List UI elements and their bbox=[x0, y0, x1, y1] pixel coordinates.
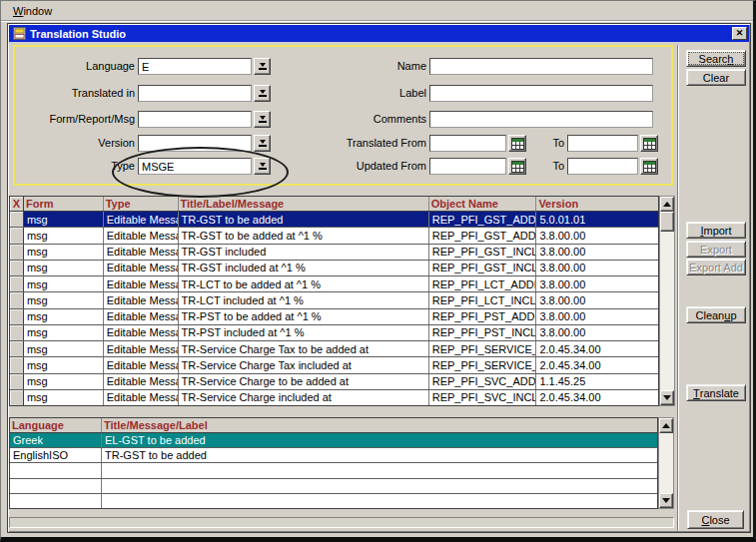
translated-to-input[interactable] bbox=[567, 135, 638, 152]
cell-type: Editable Message bbox=[104, 292, 179, 307]
cell-object-name: REP_PFI_LCT_INCLUDE bbox=[429, 292, 537, 307]
scrollbar-thumb[interactable] bbox=[660, 212, 674, 232]
scroll-down-icon bbox=[662, 498, 670, 503]
cell-version: 3.8.00.00 bbox=[536, 276, 658, 291]
form-report-msg-label: Form/Report/Msg bbox=[9, 111, 135, 128]
close-icon[interactable]: ✕ bbox=[732, 27, 747, 40]
translation-row[interactable] bbox=[10, 463, 657, 478]
title-bar[interactable]: Translation Studio ✕ bbox=[9, 25, 749, 42]
result-row[interactable]: msg Editable Message TR-Service Charge i… bbox=[10, 390, 658, 405]
cell-title: TR-GST to be added at ^1 % bbox=[179, 228, 429, 243]
updated-from-input[interactable] bbox=[429, 158, 506, 175]
cell-version: 1.1.45.25 bbox=[536, 374, 658, 389]
row-selector[interactable] bbox=[10, 212, 24, 227]
cell-type: Editable Message bbox=[104, 390, 179, 405]
cell-object-name: REP_PFI_PST_INCLUDE bbox=[429, 325, 537, 340]
import-button[interactable]: Import bbox=[686, 222, 746, 239]
result-row[interactable]: msg Editable Message TR-Service Charge t… bbox=[10, 374, 658, 390]
row-selector[interactable] bbox=[10, 292, 24, 307]
result-row[interactable]: msg Editable Message TR-GST to be added … bbox=[10, 228, 658, 244]
cell-form: msg bbox=[24, 228, 104, 243]
row-selector[interactable] bbox=[10, 309, 24, 324]
row-selector[interactable] bbox=[10, 228, 24, 243]
comments-input[interactable] bbox=[429, 111, 653, 128]
scroll-up-icon bbox=[662, 423, 670, 428]
translated-to-calendar-button[interactable] bbox=[640, 135, 658, 152]
close-button[interactable]: Close bbox=[687, 510, 744, 529]
row-selector[interactable] bbox=[10, 245, 24, 260]
cell-title: TR-Service Charge to be added at bbox=[179, 374, 429, 389]
results-table: msg Editable Message TR-GST to be added … bbox=[9, 211, 659, 406]
cell-version: 2.0.45.34.00 bbox=[536, 390, 658, 405]
version-dropdown-button[interactable] bbox=[254, 135, 271, 152]
version-input[interactable] bbox=[138, 135, 252, 152]
row-selector[interactable] bbox=[10, 261, 24, 275]
form-report-msg-dropdown-button[interactable] bbox=[254, 111, 271, 128]
result-row[interactable]: msg Editable Message TR-PST to be added … bbox=[10, 309, 658, 325]
scroll-down-button[interactable] bbox=[660, 390, 674, 405]
row-selector[interactable] bbox=[10, 341, 24, 356]
cell-translation-title bbox=[102, 494, 657, 508]
export-add-button: Export Add bbox=[686, 259, 746, 275]
result-row[interactable]: msg Editable Message TR-GST included REP… bbox=[10, 245, 658, 261]
cell-version: 3.8.00.00 bbox=[536, 228, 658, 243]
row-selector[interactable] bbox=[10, 357, 24, 372]
scrollbar-track[interactable] bbox=[660, 232, 674, 390]
cell-title: TR-LCT to be added at ^1 % bbox=[179, 276, 429, 291]
clear-button[interactable]: Clear bbox=[686, 69, 746, 86]
type-dropdown-button[interactable] bbox=[254, 158, 271, 175]
translation-row[interactable] bbox=[10, 479, 657, 494]
result-row[interactable]: msg Editable Message TR-Service Charge T… bbox=[10, 341, 658, 357]
cell-version: 2.0.45.34.00 bbox=[536, 357, 658, 372]
result-row[interactable]: msg Editable Message TR-Service Charge T… bbox=[10, 357, 658, 373]
cleanup-button[interactable]: Cleanup bbox=[686, 306, 746, 323]
result-row[interactable]: msg Editable Message TR-GST included at … bbox=[10, 261, 658, 276]
calendar-icon bbox=[643, 138, 656, 150]
language-input[interactable] bbox=[138, 58, 252, 75]
results-scrollbar[interactable] bbox=[659, 196, 675, 406]
updated-to-input[interactable] bbox=[567, 158, 638, 175]
search-button[interactable]: Search bbox=[686, 50, 746, 67]
result-row[interactable]: msg Editable Message TR-GST to be added … bbox=[10, 212, 658, 228]
label-input[interactable] bbox=[429, 85, 653, 102]
cell-version: 3.8.00.00 bbox=[536, 261, 658, 275]
result-row[interactable]: msg Editable Message TR-LCT included at … bbox=[10, 292, 658, 308]
cell-language: Greek bbox=[10, 433, 102, 447]
cell-type: Editable Message bbox=[104, 341, 179, 356]
translated-from-calendar-button[interactable] bbox=[508, 135, 526, 152]
cell-title: TR-GST to be added bbox=[179, 212, 429, 227]
translated-in-input[interactable] bbox=[138, 85, 252, 102]
translated-from-input[interactable] bbox=[429, 135, 506, 152]
scroll-up-button[interactable] bbox=[660, 197, 674, 212]
cell-type: Editable Message bbox=[104, 276, 179, 291]
menu-window[interactable]: Window bbox=[9, 4, 56, 18]
language-dropdown-button[interactable] bbox=[254, 58, 271, 75]
form-report-msg-input[interactable] bbox=[138, 111, 252, 128]
translated-in-dropdown-button[interactable] bbox=[254, 85, 271, 102]
scroll-up-button[interactable] bbox=[659, 418, 673, 433]
updated-from-calendar-button[interactable] bbox=[508, 158, 526, 175]
name-input[interactable] bbox=[429, 58, 653, 75]
type-input[interactable] bbox=[138, 158, 252, 175]
updated-to-calendar-button[interactable] bbox=[640, 158, 658, 175]
cell-translation-title: EL-GST to be added bbox=[102, 433, 657, 447]
row-selector[interactable] bbox=[10, 390, 24, 405]
row-selector[interactable] bbox=[10, 374, 24, 389]
translation-row[interactable]: EnglishISO TR-GST to be added bbox=[10, 448, 657, 463]
scrollbar-track[interactable] bbox=[659, 433, 673, 493]
translations-scrollbar[interactable] bbox=[658, 417, 674, 509]
translation-row[interactable]: Greek EL-GST to be added bbox=[10, 433, 657, 448]
cell-type: Editable Message bbox=[104, 357, 179, 372]
scroll-down-button[interactable] bbox=[659, 493, 673, 508]
header-form: Form bbox=[24, 197, 104, 211]
result-row[interactable]: msg Editable Message TR-LCT to be added … bbox=[10, 276, 658, 292]
dropdown-bar-icon bbox=[259, 145, 267, 147]
window-title: Translation Studio bbox=[30, 28, 732, 40]
row-selector[interactable] bbox=[10, 276, 24, 291]
cell-version: 3.8.00.00 bbox=[536, 292, 658, 307]
translations-table-header: Language Title/Message/Label bbox=[9, 417, 658, 432]
translate-button[interactable]: Translate bbox=[686, 384, 746, 401]
row-selector[interactable] bbox=[10, 325, 24, 340]
translation-row[interactable] bbox=[10, 494, 657, 508]
result-row[interactable]: msg Editable Message TR-PST included at … bbox=[10, 325, 658, 341]
